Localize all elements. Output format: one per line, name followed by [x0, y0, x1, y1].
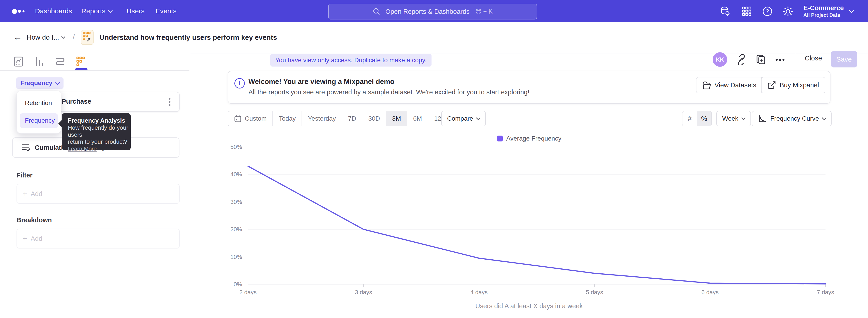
range-30d[interactable]: 30D [362, 111, 386, 126]
range-3m[interactable]: 3M [386, 111, 407, 126]
legend-swatch [497, 136, 503, 141]
duplicate-icon[interactable] [756, 54, 766, 65]
event-label: Purchase [62, 98, 91, 105]
value-format-toggle: # % [682, 111, 712, 126]
save-button[interactable]: Save [831, 51, 857, 67]
plus-icon: + [23, 190, 27, 198]
top-nav: Dashboards Reports Users Events Open Rep… [0, 0, 868, 22]
welcome-banner: i Welcome! You are viewing a Mixpanel de… [228, 71, 831, 104]
plus-icon: + [23, 234, 27, 243]
global-search-input[interactable]: Open Reports & Dashboards ⌘ + K [328, 4, 537, 20]
filter-add-button[interactable]: + Add [17, 184, 180, 204]
measurement-dropdown[interactable]: Frequency [16, 78, 64, 89]
apps-grid-icon[interactable] [742, 6, 752, 17]
banner-title: Welcome! You are viewing a Mixpanel demo [248, 78, 395, 86]
format-absolute[interactable]: # [682, 111, 697, 126]
folder-icon [702, 81, 711, 89]
page-title: Understand how frequently users perform … [99, 33, 277, 41]
svg-text:?: ? [766, 8, 769, 14]
tab-insights-icon[interactable] [13, 56, 24, 67]
line-series[interactable] [228, 147, 826, 288]
chevron-down-icon [741, 116, 746, 120]
nav-item-dashboards[interactable]: Dashboards [35, 0, 72, 22]
external-link-icon [767, 81, 776, 89]
project-switcher[interactable]: E-Commerce All Project Data [803, 0, 853, 22]
list-check-icon [21, 143, 31, 152]
data-management-icon[interactable] [720, 6, 730, 17]
banner-subtitle: All the reports you see are powered by a… [248, 88, 529, 96]
project-scope: All Project Data [803, 12, 844, 18]
nav-item-reports[interactable]: Reports [81, 0, 112, 22]
breadcrumb-separator: / [73, 32, 75, 41]
active-tab-indicator [75, 68, 88, 70]
chart-legend[interactable]: Average Frequency [228, 135, 831, 142]
view-datasets-button[interactable]: View Datasets [696, 77, 763, 93]
chevron-down-icon [849, 8, 854, 13]
back-arrow-icon[interactable]: ← [13, 33, 22, 41]
menu-item-retention[interactable]: Retention [20, 96, 58, 110]
filter-heading: Filter [17, 172, 33, 179]
tab-flows-icon[interactable] [54, 56, 66, 67]
date-range-control: Custom Today Yesterday 7D 30D 3M 6M 12M [228, 111, 453, 126]
tooltip-title: Frequency Analysis [68, 117, 131, 124]
report-type-icon [81, 30, 94, 45]
query-sidebar: Frequency Purchase Retention Frequency F… [0, 53, 190, 318]
menu-item-frequency[interactable]: Frequency [20, 113, 58, 128]
x-axis-label: 2 days [239, 289, 257, 296]
info-icon: i [235, 78, 245, 88]
chevron-down-icon [55, 80, 60, 85]
chevron-down-icon [822, 116, 827, 120]
kebab-menu-icon[interactable] [168, 97, 171, 107]
frequency-chart[interactable]: 0%10%20%30%40%50%2 days3 days4 days5 day… [228, 147, 831, 284]
calendar-icon [234, 115, 242, 122]
measurement-menu: Retention Frequency [17, 90, 61, 134]
report-tabs [0, 53, 189, 70]
avatar[interactable]: KK [713, 52, 727, 67]
frequency-tooltip: Frequency Analysis How frequently do you… [62, 113, 131, 150]
x-axis-label: 3 days [355, 289, 372, 296]
view-only-notice[interactable]: You have view only access. Duplicate to … [270, 54, 432, 66]
more-icon[interactable] [775, 57, 785, 62]
search-icon [373, 8, 380, 16]
breakdown-add-button[interactable]: + Add [17, 229, 180, 249]
search-shortcut: ⌘ + K [475, 8, 493, 15]
nav-item-events[interactable]: Events [156, 0, 177, 22]
close-button[interactable]: Close [805, 54, 822, 62]
chart-type-dropdown[interactable]: Frequency Curve [752, 111, 832, 126]
frequency-curve-icon [758, 114, 767, 123]
breakdown-heading: Breakdown [17, 216, 52, 224]
breadcrumb[interactable]: How do I... [27, 33, 65, 41]
range-7d[interactable]: 7D [342, 111, 363, 126]
tab-funnels-icon[interactable] [33, 56, 45, 67]
interval-dropdown[interactable]: Week [716, 111, 751, 126]
x-axis-label: 5 days [586, 289, 603, 296]
buy-mixpanel-button[interactable]: Buy Mixpanel [761, 77, 825, 93]
x-axis-label: 6 days [702, 289, 719, 296]
nav-item-users[interactable]: Users [127, 0, 145, 22]
range-today[interactable]: Today [273, 111, 302, 126]
chevron-down-icon [61, 35, 65, 39]
range-yesterday[interactable]: Yesterday [302, 111, 342, 126]
report-header: ← How do I... / Understand how frequentl… [0, 22, 868, 53]
help-icon[interactable]: ? [762, 6, 773, 17]
range-custom[interactable]: Custom [228, 111, 273, 126]
divider [796, 52, 796, 67]
x-axis-label: 4 days [470, 289, 488, 296]
chart-caption: Users did A at least X days in a week [228, 302, 831, 310]
search-placeholder: Open Reports & Dashboards [385, 8, 469, 16]
copy-link-icon[interactable] [736, 54, 746, 65]
chevron-down-icon [108, 8, 113, 13]
x-axis-label: 7 days [817, 289, 834, 296]
learn-more-link[interactable]: Learn More [68, 146, 131, 152]
tab-retention-icon[interactable] [75, 56, 87, 67]
format-percent[interactable]: % [697, 111, 711, 126]
compare-button[interactable]: Compare [441, 111, 486, 126]
legend-label: Average Frequency [506, 135, 561, 142]
range-6m[interactable]: 6M [407, 111, 428, 126]
chevron-down-icon [476, 116, 480, 120]
mixpanel-logo-icon[interactable] [12, 8, 28, 15]
settings-gear-icon[interactable] [783, 6, 793, 17]
project-name: E-Commerce [803, 4, 844, 12]
